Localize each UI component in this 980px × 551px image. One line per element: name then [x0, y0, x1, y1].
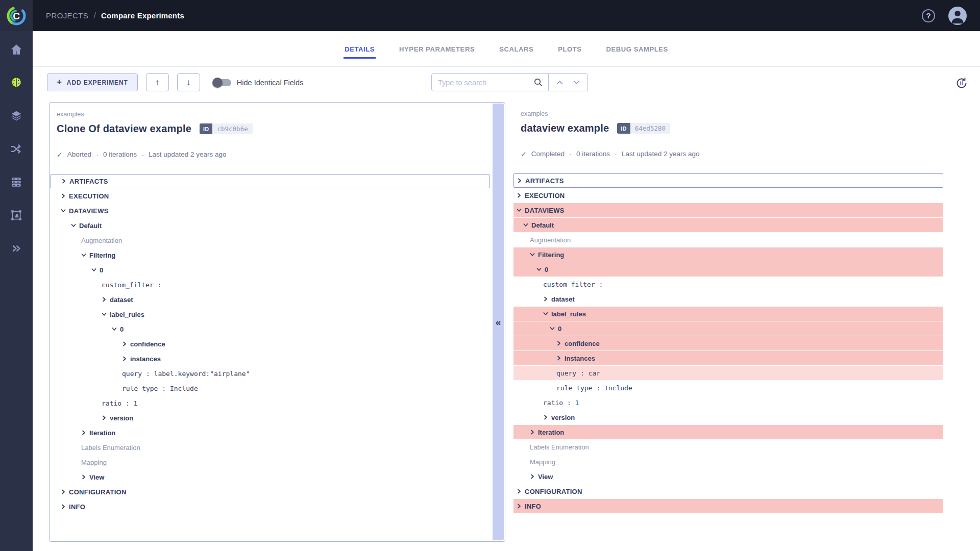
tree-row-0[interactable]: 0: [51, 263, 489, 277]
tree-row-label: View: [89, 473, 104, 481]
status-text: Aborted: [67, 151, 91, 158]
tree-row-dataset[interactable]: dataset: [51, 292, 489, 307]
collapse-panel-handle[interactable]: «: [493, 104, 504, 540]
status-text: Completed: [531, 150, 565, 158]
dot-separator: ·: [96, 150, 99, 159]
chevron-down-icon: [573, 80, 580, 85]
tree-row-view[interactable]: View: [51, 470, 489, 484]
tree-row-labels-enumeration[interactable]: Labels Enumeration: [513, 440, 943, 454]
tree-row-ratio-1[interactable]: ratio : 1: [51, 396, 489, 410]
tree-row-execution[interactable]: EXECUTION: [513, 188, 943, 203]
tab-plots[interactable]: PLOTS: [557, 42, 582, 59]
experiment-header-left: examples Clone Of dataview example ID cb…: [50, 103, 505, 159]
tree-row-mapping[interactable]: Mapping: [51, 455, 489, 469]
tree-row-view[interactable]: View: [513, 469, 943, 484]
tree-row-execution[interactable]: EXECUTION: [51, 189, 489, 203]
tree-row-rule-type-include[interactable]: rule type : Include: [513, 381, 943, 395]
toolbar-left-group: + ADD EXPERIMENT ↑ ↓ Hide Identical Fiel…: [47, 73, 303, 91]
user-avatar[interactable]: [948, 7, 967, 25]
tree-row-label: label_rules: [551, 310, 586, 318]
chevron-down-icon: [61, 208, 66, 213]
add-experiment-button[interactable]: + ADD EXPERIMENT: [47, 73, 138, 91]
auto-refresh-button[interactable]: [954, 76, 969, 90]
tree-row-augmentation[interactable]: Augmentation: [51, 233, 489, 247]
main-area: DETAILS HYPER PARAMETERS SCALARS PLOTS D…: [33, 31, 980, 551]
tree-row-label: Mapping: [81, 459, 107, 466]
tree-row-confidence[interactable]: confidence: [513, 336, 943, 350]
tab-details[interactable]: DETAILS: [344, 42, 376, 59]
tree-row-dataset[interactable]: dataset: [513, 292, 943, 306]
experiment-header-right: examples dataview example ID 64ed5280 ✓ …: [513, 102, 943, 158]
home-icon[interactable]: [9, 42, 23, 57]
tree-row-iteration[interactable]: Iteration: [513, 425, 943, 439]
tree-row-mapping[interactable]: Mapping: [513, 455, 943, 469]
move-down-button[interactable]: ↓: [177, 73, 200, 91]
tree-row-artifacts[interactable]: ARTIFACTS: [51, 174, 489, 188]
hide-identical-toggle[interactable]: Hide Identical Fields: [213, 79, 304, 87]
search-prev-button[interactable]: [554, 77, 566, 88]
tree-row-iteration[interactable]: Iteration: [51, 425, 489, 440]
tree-row-filtering[interactable]: Filtering: [513, 247, 943, 262]
updated-text: Last updated 2 years ago: [622, 150, 699, 158]
move-up-button[interactable]: ↑: [146, 73, 169, 91]
tree-row-label-rules[interactable]: label_rules: [513, 307, 943, 321]
tree-row-label: version: [110, 414, 133, 422]
tree-row-0[interactable]: 0: [513, 262, 943, 277]
chevron-right-icon: [543, 415, 548, 420]
help-icon[interactable]: ?: [922, 9, 935, 22]
tree-row-configuration[interactable]: CONFIGURATION: [51, 485, 489, 499]
pipelines-icon[interactable]: [9, 142, 23, 156]
tree-row-0[interactable]: 0: [513, 321, 943, 336]
svg-text:C: C: [13, 11, 20, 21]
tree-row-confidence[interactable]: confidence: [51, 337, 489, 351]
tab-scalars[interactable]: SCALARS: [498, 42, 534, 59]
annotations-icon[interactable]: [9, 208, 23, 222]
tree-row-augmentation[interactable]: Augmentation: [513, 233, 943, 247]
tab-debug-samples[interactable]: DEBUG SAMPLES: [605, 42, 669, 59]
tree-row-labels-enumeration[interactable]: Labels Enumeration: [51, 440, 489, 455]
tree-row-filtering[interactable]: Filtering: [51, 248, 489, 262]
tree-row-label: query : label.keyword:"airplane": [122, 370, 250, 378]
tree-row-query-label-keyword-airplane[interactable]: query : car: [513, 366, 943, 380]
tree-row-artifacts[interactable]: ARTIFACTS: [513, 173, 943, 188]
topbar: C PROJECTS / Compare Experiments ?: [0, 0, 980, 31]
arrow-up-icon: ↑: [155, 78, 160, 88]
tree-row-dataviews[interactable]: DATAVIEWS: [51, 204, 489, 218]
tree-row-rule-type-include[interactable]: rule type : Include: [51, 381, 489, 395]
sidebar-expand-icon[interactable]: [9, 241, 23, 256]
tree-row-version[interactable]: version: [513, 410, 943, 424]
tree-row-instances[interactable]: instances: [513, 351, 943, 365]
toggle-track[interactable]: [213, 79, 231, 86]
chevron-down-icon: [530, 252, 535, 257]
tree-row-info[interactable]: INFO: [513, 499, 943, 513]
datasets-layers-icon[interactable]: [9, 109, 23, 123]
chevron-right-icon: [556, 341, 561, 346]
tree-row-label: ratio : 1: [543, 399, 579, 407]
search-input[interactable]: [438, 79, 533, 87]
workers-queues-icon[interactable]: [9, 175, 23, 189]
tree-row-query-label-keyword-airplane[interactable]: query : label.keyword:"airplane": [51, 366, 489, 381]
search-box: [432, 74, 548, 91]
tree-row-0[interactable]: 0: [51, 322, 489, 336]
tree-row-custom-filter[interactable]: custom_filter :: [51, 278, 489, 292]
tree-row-version[interactable]: version: [51, 411, 489, 425]
tree-row-ratio-1[interactable]: ratio : 1: [513, 395, 943, 410]
experiment-id-badge[interactable]: ID 64ed5280: [617, 123, 670, 134]
breadcrumb-projects[interactable]: PROJECTS: [46, 11, 88, 20]
tree-row-label-rules[interactable]: label_rules: [51, 307, 489, 321]
tree-row-label: 0: [545, 266, 548, 273]
tree-row-default[interactable]: Default: [51, 218, 489, 233]
tab-hyper-parameters[interactable]: HYPER PARAMETERS: [398, 42, 476, 59]
tree-row-instances[interactable]: instances: [51, 352, 489, 366]
experiments-brain-icon[interactable]: [9, 76, 23, 90]
tree-row-custom-filter[interactable]: custom_filter :: [513, 277, 943, 291]
tree-row-info[interactable]: INFO: [51, 499, 489, 514]
tree-row-configuration[interactable]: CONFIGURATION: [513, 484, 943, 498]
toolbar: + ADD EXPERIMENT ↑ ↓ Hide Identical Fiel…: [33, 67, 980, 102]
experiment-id-badge[interactable]: ID cb9c0b6e: [200, 123, 253, 134]
tree-row-dataviews[interactable]: DATAVIEWS: [513, 203, 943, 217]
clearml-logo[interactable]: C: [0, 0, 33, 31]
arrow-down-icon: ↓: [186, 78, 191, 88]
search-next-button[interactable]: [571, 77, 582, 88]
tree-row-default[interactable]: Default: [513, 218, 943, 232]
